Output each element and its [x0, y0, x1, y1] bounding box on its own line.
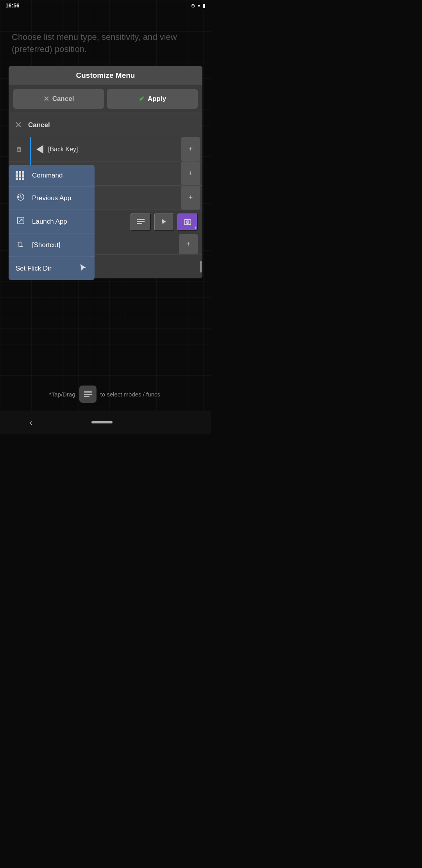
svg-rect-8: [84, 394, 92, 395]
cancel-item-icon: ✕: [15, 120, 22, 130]
screenshot-action-wrap: +: [177, 213, 198, 231]
menu-button-icon: [79, 386, 97, 403]
status-icons: ⊖ ▾ ▮: [191, 3, 206, 9]
cancel-button[interactable]: ✕ Cancel: [13, 89, 104, 109]
wifi-icon: ▾: [198, 3, 200, 9]
svg-point-4: [186, 221, 189, 223]
dropdown-item-set-flick-dir[interactable]: Set Flick Dir: [9, 257, 95, 280]
back-key-label: [Back Key]: [48, 146, 78, 153]
tap-drag-text: *Tap/Drag: [49, 391, 75, 398]
dropdown-item-previous-app[interactable]: Previous App: [9, 187, 95, 210]
empty-add-button[interactable]: +: [179, 234, 198, 254]
text-action-wrap: [131, 213, 151, 231]
shortcut-label: [Shortcut]: [32, 241, 61, 249]
scrollbar: [200, 261, 202, 273]
nav-home-indicator[interactable]: [91, 421, 113, 423]
add-back-key-button[interactable]: +: [181, 137, 200, 161]
command-icon: [16, 171, 26, 180]
delete-back-key-button[interactable]: 🗑: [9, 137, 30, 161]
svg-rect-1: [137, 221, 145, 222]
previous-app-icon: [16, 193, 26, 203]
cursor-action-button[interactable]: [154, 213, 174, 231]
svg-rect-7: [84, 391, 92, 393]
nav-back-button[interactable]: ‹: [30, 418, 32, 427]
set-flick-dir-label: Set Flick Dir: [16, 265, 52, 273]
cursor-action-wrap: [154, 213, 174, 231]
flick-cursor-icon: [79, 264, 88, 274]
status-time: 16:56: [5, 2, 20, 9]
apply-button[interactable]: ✔ Apply: [107, 89, 198, 109]
plus-icon: +: [186, 240, 191, 248]
plus-icon: +: [189, 145, 193, 153]
background-description: Choose list menu type, sensitivity, and …: [12, 31, 199, 56]
trash-icon: 🗑: [16, 146, 22, 153]
dropdown-item-shortcut[interactable]: [Shortcut]: [9, 233, 95, 257]
svg-rect-0: [137, 219, 145, 220]
status-bar: 16:56 ⊖ ▾ ▮: [0, 0, 211, 11]
svg-rect-9: [84, 396, 89, 397]
back-key-icon: [36, 145, 43, 154]
svg-rect-2: [137, 223, 142, 224]
nav-bar: ‹: [0, 411, 211, 434]
cancel-label: Cancel: [52, 95, 74, 103]
previous-app-label: Previous App: [32, 194, 71, 202]
notification-icon: ⊖: [191, 3, 195, 9]
command-label: Command: [32, 172, 63, 179]
x-icon: ✕: [43, 95, 49, 103]
check-icon: ✔: [139, 95, 145, 103]
add-home-key-button[interactable]: +: [181, 161, 200, 185]
plus-icon: +: [189, 169, 193, 178]
dialog-action-buttons: ✕ Cancel ✔ Apply: [9, 85, 202, 113]
bottom-instruction: *Tap/Drag to select modes / funcs.: [0, 386, 211, 403]
dropdown-item-command[interactable]: Command: [9, 165, 95, 187]
dropdown-menu: Command Previous App Launch App: [9, 165, 95, 280]
shortcut-icon: [16, 240, 26, 250]
screenshot-action-button[interactable]: +: [177, 213, 198, 231]
cancel-item-label: Cancel: [28, 121, 50, 129]
battery-icon: ▮: [203, 3, 206, 9]
text-action-button[interactable]: [131, 213, 151, 231]
dropdown-item-launch-app[interactable]: Launch App: [9, 210, 95, 233]
apply-label: Apply: [148, 95, 166, 103]
plus-icon: +: [189, 194, 193, 202]
menu-item-cancel[interactable]: ✕ Cancel: [9, 113, 202, 137]
background-content: Choose list menu type, sensitivity, and …: [12, 31, 199, 56]
launch-app-icon: [16, 216, 26, 227]
select-modes-text: to select modes / funcs.: [100, 391, 162, 398]
menu-item-back-key: 🗑 [Back Key] +: [9, 137, 202, 161]
launch-app-label: Launch App: [32, 218, 67, 226]
add-history-button[interactable]: +: [181, 186, 200, 210]
back-key-content: [Back Key]: [31, 145, 179, 154]
dialog-title: Customize Menu: [9, 66, 202, 85]
